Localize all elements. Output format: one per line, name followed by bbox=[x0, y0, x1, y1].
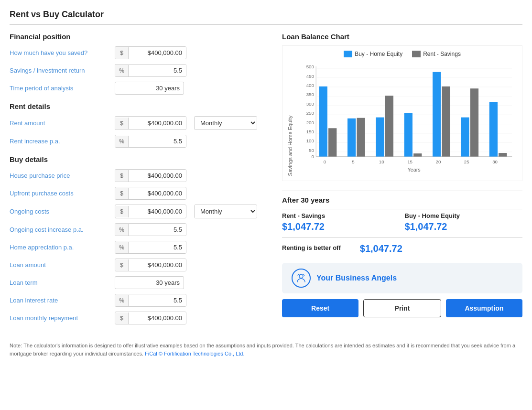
savings-prefix: $ bbox=[115, 47, 129, 59]
svg-text:Years: Years bbox=[408, 167, 421, 173]
home-appreciation-prefix: % bbox=[115, 242, 129, 253]
loan-term-row: Loan term bbox=[10, 276, 268, 289]
house-price-input[interactable] bbox=[129, 170, 186, 182]
loan-interest-input-group: % bbox=[115, 294, 186, 307]
time-period-input[interactable] bbox=[115, 82, 184, 95]
loan-repayment-row: Loan monthly repayment $ bbox=[10, 312, 268, 324]
svg-text:30: 30 bbox=[492, 159, 498, 164]
rent-details-section: Rent details Rent amount $ Monthly Weekl… bbox=[10, 102, 268, 148]
loan-amount-row: Loan amount $ bbox=[10, 259, 268, 271]
svg-text:50: 50 bbox=[309, 148, 314, 153]
loan-amount-input[interactable] bbox=[129, 259, 186, 271]
ongoing-increase-input[interactable] bbox=[129, 224, 186, 236]
home-appreciation-input[interactable] bbox=[129, 241, 186, 253]
legend-buy: Buy - Home Equity bbox=[344, 51, 402, 57]
buy-details-title: Buy details bbox=[10, 155, 268, 163]
chart-section: Loan Balance Chart Buy - Home Equity Ren… bbox=[282, 32, 522, 181]
ba-svg-icon bbox=[295, 272, 307, 284]
loan-repayment-prefix: $ bbox=[115, 313, 129, 324]
ongoing-increase-input-group: % bbox=[115, 223, 186, 236]
ongoing-increase-prefix: % bbox=[115, 224, 129, 236]
investment-return-input-group: % bbox=[115, 64, 186, 77]
time-period-row: Time period of analysis bbox=[10, 82, 268, 95]
ongoing-costs-double-input: $ Monthly Weekly Fortnightly bbox=[115, 205, 257, 218]
note-link[interactable]: FiCal © Fortification Technologies Co., … bbox=[145, 351, 244, 356]
svg-text:150: 150 bbox=[306, 129, 315, 134]
results-divider-2 bbox=[282, 237, 522, 237]
buy-equity-col: Buy - Home Equity $1,047.72 bbox=[405, 212, 523, 232]
legend-buy-color bbox=[344, 51, 352, 57]
ongoing-frequency-group: Monthly Weekly Fortnightly bbox=[194, 205, 257, 218]
upfront-costs-label: Upfront purchase costs bbox=[10, 190, 115, 197]
loan-amount-prefix: $ bbox=[115, 259, 129, 271]
page-title: Rent vs Buy Calculator bbox=[10, 10, 522, 20]
loan-interest-input[interactable] bbox=[129, 294, 186, 306]
upfront-costs-prefix: $ bbox=[115, 188, 129, 199]
bar-buy-5 bbox=[347, 119, 356, 157]
rent-increase-row: Rent increase p.a. % bbox=[10, 135, 268, 148]
financial-position-section: Financial position How much have you sav… bbox=[10, 32, 268, 95]
main-layout: Financial position How much have you sav… bbox=[10, 32, 522, 332]
note: Note: The calculator's information is de… bbox=[10, 342, 522, 357]
investment-return-input[interactable] bbox=[129, 65, 186, 76]
loan-interest-label: Loan interest rate bbox=[10, 297, 115, 304]
savings-input-group: $ bbox=[115, 46, 186, 59]
bar-rent-10 bbox=[385, 96, 393, 156]
bar-buy-20 bbox=[433, 72, 441, 157]
svg-text:25: 25 bbox=[464, 159, 469, 164]
time-period-label: Time period of analysis bbox=[10, 85, 115, 92]
bar-rent-5 bbox=[357, 118, 365, 157]
better-off-row: Renting is better off $1,047.72 bbox=[282, 240, 522, 257]
rent-increase-input[interactable] bbox=[129, 135, 186, 147]
home-appreciation-label: Home appreciation p.a. bbox=[10, 244, 115, 251]
print-button[interactable]: Print bbox=[363, 299, 441, 317]
ongoing-increase-label: Ongoing cost increase p.a. bbox=[10, 226, 115, 233]
legend-rent: Rent - Savings bbox=[412, 51, 461, 57]
legend-buy-label: Buy - Home Equity bbox=[355, 51, 402, 57]
savings-input[interactable] bbox=[129, 47, 186, 59]
loan-term-input[interactable] bbox=[115, 276, 184, 289]
ongoing-costs-input[interactable] bbox=[129, 205, 186, 217]
rent-frequency-select[interactable]: Monthly Weekly Fortnightly bbox=[195, 117, 257, 129]
loan-amount-label: Loan amount bbox=[10, 261, 115, 269]
ongoing-costs-input-group: $ bbox=[115, 205, 186, 218]
financial-position-title: Financial position bbox=[10, 32, 268, 41]
svg-text:5: 5 bbox=[352, 159, 354, 164]
loan-amount-input-group: $ bbox=[115, 259, 186, 271]
ongoing-costs-prefix: $ bbox=[115, 206, 129, 217]
bar-rent-30 bbox=[499, 153, 507, 157]
svg-text:250: 250 bbox=[306, 110, 315, 116]
rent-amount-label: Rent amount bbox=[10, 119, 115, 127]
bar-rent-20 bbox=[442, 86, 450, 157]
rent-savings-value: $1,047.72 bbox=[282, 221, 400, 232]
rent-increase-label: Rent increase p.a. bbox=[10, 138, 115, 145]
reset-button[interactable]: Reset bbox=[282, 299, 358, 317]
chart-svg: 500 450 400 350 300 250 200 150 100 50 0 bbox=[295, 61, 517, 174]
chart-title: Loan Balance Chart bbox=[282, 32, 522, 41]
bar-rent-25 bbox=[470, 88, 478, 156]
results-grid: Rent - Savings $1,047.72 Buy - Home Equi… bbox=[282, 212, 522, 232]
results-title: After 30 years bbox=[282, 196, 522, 204]
right-panel: Loan Balance Chart Buy - Home Equity Ren… bbox=[282, 32, 522, 332]
svg-text:400: 400 bbox=[306, 83, 315, 88]
svg-text:20: 20 bbox=[436, 159, 441, 164]
rent-amount-input[interactable] bbox=[129, 117, 186, 129]
svg-point-31 bbox=[299, 274, 303, 278]
loan-repayment-label: Loan monthly repayment bbox=[10, 314, 115, 322]
rent-savings-col-label: Rent - Savings bbox=[282, 212, 400, 219]
svg-text:450: 450 bbox=[306, 74, 315, 79]
ongoing-frequency-select[interactable]: Monthly Weekly Fortnightly bbox=[195, 205, 257, 218]
svg-text:350: 350 bbox=[306, 92, 315, 97]
upfront-costs-input-group: $ bbox=[115, 187, 186, 200]
legend-rent-color bbox=[412, 51, 421, 57]
loan-repayment-input[interactable] bbox=[129, 312, 186, 324]
buy-equity-value: $1,047.72 bbox=[405, 221, 523, 232]
investment-return-row: Savings / investment return % bbox=[10, 64, 268, 77]
note-text: Note: The calculator's information is de… bbox=[10, 343, 515, 356]
rent-savings-col: Rent - Savings $1,047.72 bbox=[282, 212, 400, 232]
upfront-costs-input[interactable] bbox=[129, 187, 186, 199]
assumption-button[interactable]: Assumption bbox=[446, 299, 522, 317]
svg-text:10: 10 bbox=[379, 159, 384, 164]
house-price-prefix: $ bbox=[115, 170, 129, 182]
rent-increase-prefix: % bbox=[115, 136, 129, 147]
